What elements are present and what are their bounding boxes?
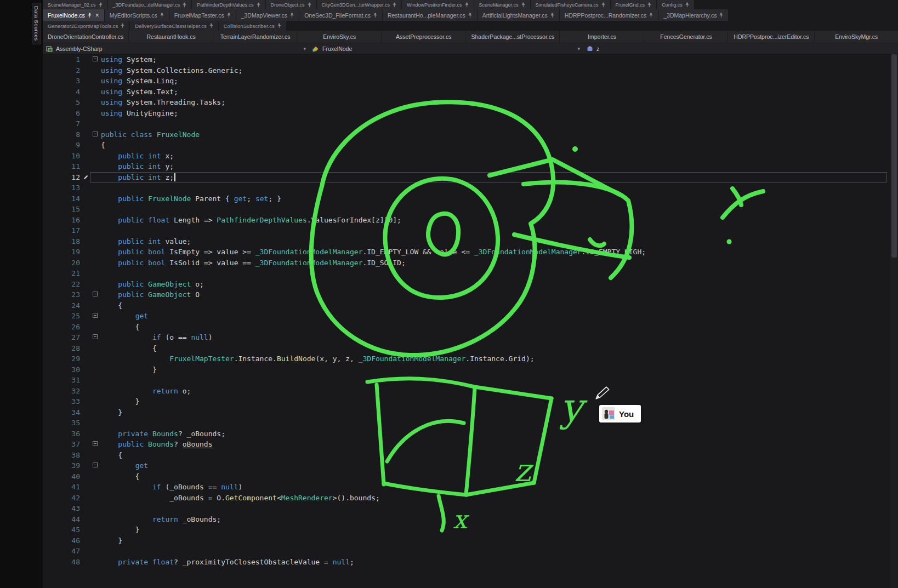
code-line-45[interactable]: 45 } <box>43 524 898 535</box>
project-dropdown[interactable]: Assembly-CSharp ▾ <box>43 43 309 54</box>
code-line-39[interactable]: 39 get <box>43 460 898 471</box>
code-line-13[interactable]: 13 <box>43 182 898 193</box>
line-number[interactable]: 33 <box>43 396 83 407</box>
code-line-7[interactable]: 7 <box>43 118 898 129</box>
tab-config-cs[interactable]: Config.cs <box>657 0 694 9</box>
tab-hdrppostproc-randomizer-cs[interactable]: HDRPPostproc...Randomizer.cs <box>560 9 658 21</box>
code-line-28[interactable]: 28 { <box>43 343 898 354</box>
tab-deliverysurfaceclasshelper-cs[interactable]: DeliverySurfaceClassHelper.cs <box>130 21 218 31</box>
tab-artificiallightsmanager-cs[interactable]: ArtificialLightsManager.cs <box>478 9 559 21</box>
code-editor[interactable]: 1using System;2using System.Collections.… <box>43 53 898 588</box>
code-line-3[interactable]: 3using System.Linq; <box>43 76 898 87</box>
data-sources-vertical-tab[interactable]: Data Sources <box>32 3 41 44</box>
tab-fruxelnode-cs[interactable]: FruxelNode.cs× <box>43 9 104 21</box>
code-line-24[interactable]: 24 { <box>43 300 898 311</box>
line-number[interactable]: 16 <box>43 215 83 226</box>
code-line-1[interactable]: 1using System; <box>43 54 898 65</box>
fold-marker[interactable] <box>90 129 101 140</box>
tab-3dmapviewer-cs[interactable]: _3DMapViewer.cs <box>236 9 299 21</box>
code-line-37[interactable]: 37 public Bounds? oBounds <box>43 439 898 450</box>
code-line-15[interactable]: 15 <box>43 204 898 215</box>
code-line-33[interactable]: 33 } <box>43 396 898 407</box>
line-number[interactable]: 8 <box>43 129 83 140</box>
code-line-29[interactable]: 29 FruxelMapTester.Instance.BuildNode(x,… <box>43 353 898 364</box>
line-number[interactable]: 42 <box>43 493 83 504</box>
line-number[interactable]: 14 <box>43 193 83 204</box>
code-line-17[interactable]: 17 <box>43 225 898 236</box>
code-line-46[interactable]: 46 } <box>43 535 898 546</box>
code-line-26[interactable]: 26 { <box>43 322 898 333</box>
code-line-18[interactable]: 18 public int value; <box>43 236 898 247</box>
line-number[interactable]: 26 <box>43 322 83 333</box>
line-number[interactable]: 21 <box>43 268 83 279</box>
tab-fruxelmaptester-cs[interactable]: FruxelMapTester.cs <box>169 9 236 21</box>
code-line-2[interactable]: 2using System.Collections.Generic; <box>43 65 898 76</box>
line-number[interactable]: 1 <box>43 54 83 65</box>
line-number[interactable]: 46 <box>43 535 83 546</box>
tab-3dmaphierarchy-cs[interactable]: _3DMapHierarchy.cs <box>658 9 728 21</box>
line-number[interactable]: 22 <box>43 279 83 290</box>
tab-myeditorscripts-cs[interactable]: MyEditorScripts.cs <box>105 9 169 21</box>
code-line-36[interactable]: 36 private Bounds? _oBounds; <box>43 429 898 439</box>
code-line-42[interactable]: 42 _oBounds = O.GetComponent<MeshRendere… <box>43 493 898 504</box>
code-line-27[interactable]: 27 if (o == null) <box>43 332 898 343</box>
line-number[interactable]: 5 <box>43 97 83 108</box>
line-number[interactable]: 23 <box>43 289 83 300</box>
line-number[interactable]: 25 <box>43 311 83 322</box>
tab-onesec3d-fileformat-cs[interactable]: OneSec3D_FileFormat.cs <box>299 9 382 21</box>
tab-assetpreprocessor-cs[interactable]: AssetPreprocessor.cs <box>382 31 466 43</box>
type-dropdown[interactable]: FruxelNode ▾ <box>309 43 583 54</box>
code-line-14[interactable]: 14 public FruxelNode Parent { get; set; … <box>43 193 898 204</box>
line-number[interactable]: 30 <box>43 364 83 375</box>
fold-marker[interactable] <box>90 439 101 450</box>
code-line-44[interactable]: 44 return _oBounds; <box>43 514 898 525</box>
code-line-31[interactable]: 31 <box>43 375 898 386</box>
fold-marker[interactable] <box>90 289 101 300</box>
tab-shaderpackage-stprocessor-cs[interactable]: ShaderPackage...stProcessor.cs <box>467 31 560 43</box>
code-line-20[interactable]: 20 public bool IsSolid => value == _3DFo… <box>43 258 898 269</box>
line-number[interactable]: 24 <box>43 300 83 311</box>
tab-generator2exportmaptools-cs[interactable]: Generator2ExportMapTools.cs <box>43 21 129 31</box>
fold-marker[interactable] <box>90 54 101 65</box>
tab-close-icon[interactable]: × <box>95 12 99 19</box>
code-line-5[interactable]: 5using System.Threading.Tasks; <box>43 97 898 108</box>
tab-restaurantho-plemanager-cs[interactable]: RestaurantHo...pleManager.cs <box>383 9 477 21</box>
code-line-25[interactable]: 25 get <box>43 311 898 322</box>
code-line-23[interactable]: 23 public GameObject O <box>43 289 898 300</box>
code-line-32[interactable]: 32 return o; <box>43 386 898 397</box>
tab-3dfoundatio-delmanager-cs[interactable]: _3DFoundatio...delManager.cs <box>108 0 192 9</box>
tab-importer-cs[interactable]: Importer.cs <box>560 31 644 43</box>
tab-windowpositionfinder-cs[interactable]: WindowPositionFinder.cs <box>402 0 474 9</box>
line-number[interactable]: 17 <box>43 225 83 236</box>
tab-droneobject-cs[interactable]: DroneObject.cs <box>266 0 316 9</box>
line-number[interactable]: 28 <box>43 343 83 354</box>
line-number[interactable]: 29 <box>43 353 83 364</box>
tab-envirosky-cs[interactable]: EnviroSky.cs <box>298 31 382 43</box>
line-number[interactable]: 31 <box>43 375 83 386</box>
line-number[interactable]: 7 <box>43 118 83 129</box>
code-line-48[interactable]: 48 private float? _proximityToClosestObs… <box>43 557 898 568</box>
line-number[interactable]: 34 <box>43 407 83 418</box>
fold-marker[interactable] <box>90 460 101 471</box>
tab-scenemanager-cs[interactable]: SceneManager.cs <box>474 0 530 9</box>
tab-pathfinderdepthvalues-cs[interactable]: PathfinderDepthValues.cs <box>192 0 265 9</box>
code-line-43[interactable]: 43 <box>43 503 898 514</box>
line-number[interactable]: 36 <box>43 429 83 439</box>
code-line-21[interactable]: 21 <box>43 268 898 279</box>
tab-droneorientationcontroller-cs[interactable]: DroneOrientationController.cs <box>43 31 129 43</box>
tab-restauranthook-cs[interactable]: RestaurantHook.cs <box>129 31 213 43</box>
line-number[interactable]: 27 <box>43 332 83 343</box>
line-number[interactable]: 9 <box>43 140 83 151</box>
code-line-16[interactable]: 16 public float Length => PathfinderDept… <box>43 215 898 226</box>
line-number[interactable]: 37 <box>43 439 83 450</box>
line-number[interactable]: 4 <box>43 87 83 98</box>
line-number[interactable]: 44 <box>43 514 83 525</box>
code-line-22[interactable]: 22 public GameObject o; <box>43 279 898 290</box>
code-line-11[interactable]: 11 public int y; <box>43 161 898 172</box>
line-number[interactable]: 40 <box>43 471 83 482</box>
code-line-30[interactable]: 30 } <box>43 364 898 375</box>
code-line-41[interactable]: 41 if (_oBounds == null) <box>43 482 898 493</box>
tab-hdrppostproc-izereditor-cs[interactable]: HDRPPostproc...izerEditor.cs <box>729 31 814 43</box>
line-number[interactable]: 12 <box>43 172 83 183</box>
line-number[interactable]: 45 <box>43 524 83 535</box>
